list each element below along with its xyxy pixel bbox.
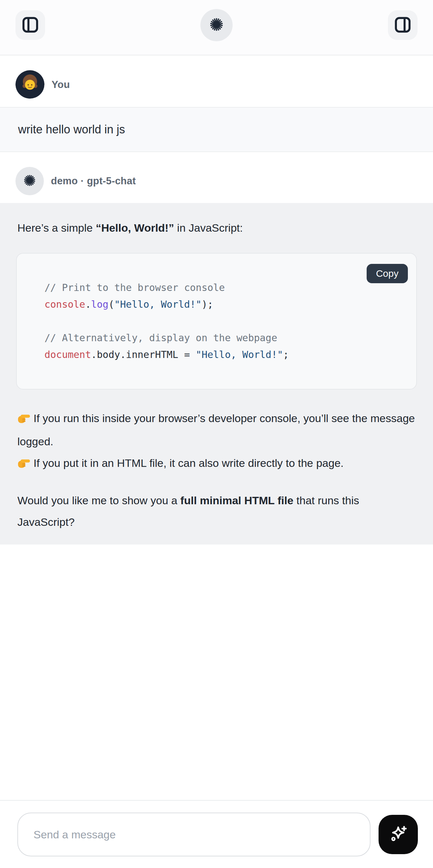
message-input[interactable] [18, 813, 371, 857]
assistant-intro-paragraph: Here’s a simple “Hello, World!” in JavaS… [18, 217, 415, 239]
user-message-text: write hello world in js [18, 123, 125, 136]
sidebar-toggle-left-button[interactable] [16, 10, 45, 40]
starburst-icon [209, 17, 224, 33]
code-content: // Print to the browser console console.… [44, 279, 405, 363]
assistant-message-header: demo · gpt-5-chat [0, 152, 433, 203]
intro-text-pre: Here’s a simple [18, 222, 96, 234]
user-sender-label: You [52, 79, 70, 91]
user-avatar [16, 70, 44, 99]
sidebar-left-icon [22, 17, 38, 34]
assistant-followup-paragraph: Would you like me to show you a full min… [18, 490, 415, 533]
intro-text-bold: “Hello, World!” [96, 222, 174, 234]
assistant-sender-label: demo · gpt-5-chat [51, 175, 136, 187]
sparkle-icon [388, 824, 409, 846]
composer-bar [0, 800, 433, 868]
followup-text-pre: Would you like me to show you a [18, 494, 180, 506]
sidebar-toggle-right-button[interactable] [388, 10, 417, 40]
user-message-bubble: write hello world in js [0, 107, 433, 152]
starburst-icon [23, 174, 36, 188]
copy-code-button[interactable]: Copy [367, 264, 408, 283]
followup-text-bold: full minimal HTML file [180, 494, 293, 506]
assistant-message-bubble: Here’s a simple “Hello, World!” in JavaS… [0, 203, 433, 545]
sidebar-right-icon [395, 17, 411, 34]
person-emoji-icon [16, 70, 44, 99]
chat-empty-area [0, 545, 433, 800]
chat-app: You write hello world in js [0, 0, 433, 868]
send-button[interactable] [378, 815, 418, 854]
code-block: Copy // Print to the browser console con… [16, 253, 417, 390]
intro-text-post: in JavaScript: [174, 222, 243, 234]
note-1-text: If you run this inside your browser’s de… [18, 412, 415, 447]
top-bar [0, 0, 433, 55]
logo-badge [200, 9, 233, 41]
assistant-avatar [16, 167, 44, 195]
pointing-right-icon [18, 459, 30, 471]
assistant-note-2: If you put it in an HTML file, it can al… [18, 453, 415, 475]
note-2-text: If you put it in an HTML file, it can al… [33, 457, 344, 469]
assistant-note-1: If you run this inside your browser’s de… [18, 408, 415, 453]
user-message-header: You [0, 55, 433, 107]
pointing-right-icon [18, 414, 30, 426]
